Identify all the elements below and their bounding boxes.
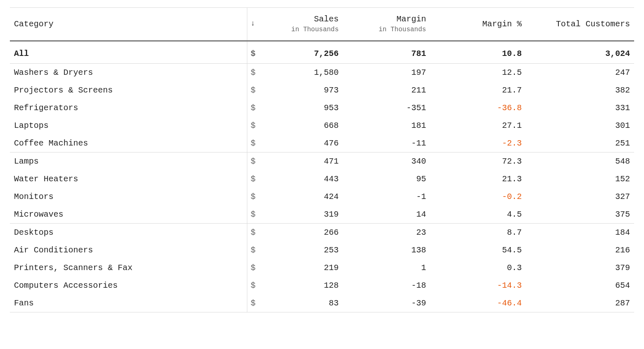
cell-currency: $ (247, 259, 263, 277)
cell-margin: 197 (343, 63, 430, 81)
cell-category: Computers Accessories (10, 277, 247, 294)
cell-margin-pct: 0.3 (430, 259, 526, 277)
cell-currency: $ (247, 206, 263, 224)
table-row: Washers & Dryers$1,58019712.5247 (10, 63, 634, 81)
col-header-sales[interactable]: Sales in Thousands (264, 8, 343, 41)
cell-sales: 1,580 (264, 63, 343, 81)
cell-category: Laptops (10, 117, 247, 134)
cell-sales: 953 (264, 99, 343, 117)
cell-customers: 327 (526, 188, 634, 206)
col-header-margin[interactable]: Margin in Thousands (343, 8, 430, 41)
table-body: All$7,25678110.83,024Washers & Dryers$1,… (10, 41, 634, 312)
cell-margin: 181 (343, 117, 430, 134)
cell-margin-pct: -0.2 (430, 188, 526, 206)
cell-margin-pct: 72.3 (430, 152, 526, 170)
cell-category: Printers, Scanners & Fax (10, 259, 247, 277)
col-header-label: Margin % (482, 19, 522, 29)
cell-category: All (10, 41, 247, 63)
cell-customers: 247 (526, 63, 634, 81)
cell-sales: 973 (264, 81, 343, 99)
table-row: Desktops$266238.7184 (10, 223, 634, 241)
cell-margin-pct: 21.7 (430, 81, 526, 99)
cell-currency: $ (247, 241, 263, 259)
cell-margin: 211 (343, 81, 430, 99)
cell-margin: -351 (343, 99, 430, 117)
cell-category: Water Heaters (10, 170, 247, 188)
cell-sales: 219 (264, 259, 343, 277)
cell-customers: 216 (526, 241, 634, 259)
cell-margin: -11 (343, 134, 430, 153)
table-header-row: Category ↓ Sales in Thousands Margin in … (10, 8, 634, 41)
cell-customers: 3,024 (526, 41, 634, 63)
cell-sales: 476 (264, 134, 343, 153)
cell-customers: 301 (526, 117, 634, 134)
cell-margin-pct: 27.1 (430, 117, 526, 134)
cell-category: Desktops (10, 223, 247, 241)
cell-currency: $ (247, 294, 263, 312)
cell-margin: 14 (343, 206, 430, 224)
cell-sales: 319 (264, 206, 343, 224)
cell-currency: $ (247, 81, 263, 99)
cell-category: Microwaves (10, 206, 247, 224)
cell-margin-pct: 54.5 (430, 241, 526, 259)
col-header-category[interactable]: Category (10, 8, 247, 41)
cell-customers: 331 (526, 99, 634, 117)
cell-customers: 654 (526, 277, 634, 294)
table-row: Computers Accessories$128-18-14.3654 (10, 277, 634, 294)
cell-category: Refrigerators (10, 99, 247, 117)
cell-margin: -1 (343, 188, 430, 206)
table-row: Air Conditioners$25313854.5216 (10, 241, 634, 259)
category-metrics-table: Category ↓ Sales in Thousands Margin in … (10, 7, 634, 312)
cell-margin-pct: 4.5 (430, 206, 526, 224)
cell-customers: 251 (526, 134, 634, 153)
cell-sales: 471 (264, 152, 343, 170)
cell-margin: -18 (343, 277, 430, 294)
cell-sales: 266 (264, 223, 343, 241)
sort-desc-icon: ↓ (251, 18, 255, 28)
cell-margin: 23 (343, 223, 430, 241)
col-header-label: Total Customers (556, 19, 630, 29)
cell-currency: $ (247, 277, 263, 294)
cell-customers: 375 (526, 206, 634, 224)
col-header-customers[interactable]: Total Customers (526, 8, 634, 41)
table-row: Projectors & Screens$97321121.7382 (10, 81, 634, 99)
cell-currency: $ (247, 134, 263, 153)
cell-margin: 95 (343, 170, 430, 188)
cell-category: Washers & Dryers (10, 63, 247, 81)
cell-category: Coffee Machines (10, 134, 247, 153)
cell-currency: $ (247, 170, 263, 188)
cell-margin-pct: 8.7 (430, 223, 526, 241)
col-header-label: Sales (314, 14, 339, 24)
col-header-label: Category (14, 19, 53, 29)
cell-customers: 382 (526, 81, 634, 99)
cell-category: Air Conditioners (10, 241, 247, 259)
cell-margin-pct: -2.3 (430, 134, 526, 153)
cell-sales: 443 (264, 170, 343, 188)
col-header-margin-pct[interactable]: Margin % (430, 8, 526, 41)
cell-currency: $ (247, 223, 263, 241)
table-row: Fans$83-39-46.4287 (10, 294, 634, 312)
cell-margin-pct: 10.8 (430, 41, 526, 63)
cell-customers: 287 (526, 294, 634, 312)
cell-sales: 7,256 (264, 41, 343, 63)
table-row: Printers, Scanners & Fax$21910.3379 (10, 259, 634, 277)
cell-customers: 548 (526, 152, 634, 170)
table-row: Lamps$47134072.3548 (10, 152, 634, 170)
cell-margin-pct: -46.4 (430, 294, 526, 312)
cell-margin-pct: 21.3 (430, 170, 526, 188)
cell-sales: 253 (264, 241, 343, 259)
cell-currency: $ (247, 117, 263, 134)
col-header-sublabel: in Thousands (268, 25, 339, 35)
cell-customers: 152 (526, 170, 634, 188)
table-row: Laptops$66818127.1301 (10, 117, 634, 134)
cell-currency: $ (247, 41, 263, 63)
cell-category: Fans (10, 294, 247, 312)
cell-category: Lamps (10, 152, 247, 170)
cell-category: Projectors & Screens (10, 81, 247, 99)
col-header-sort[interactable]: ↓ (247, 8, 263, 41)
table-row: Microwaves$319144.5375 (10, 206, 634, 224)
cell-customers: 379 (526, 259, 634, 277)
table-row: Water Heaters$4439521.3152 (10, 170, 634, 188)
cell-currency: $ (247, 188, 263, 206)
cell-margin-pct: -14.3 (430, 277, 526, 294)
